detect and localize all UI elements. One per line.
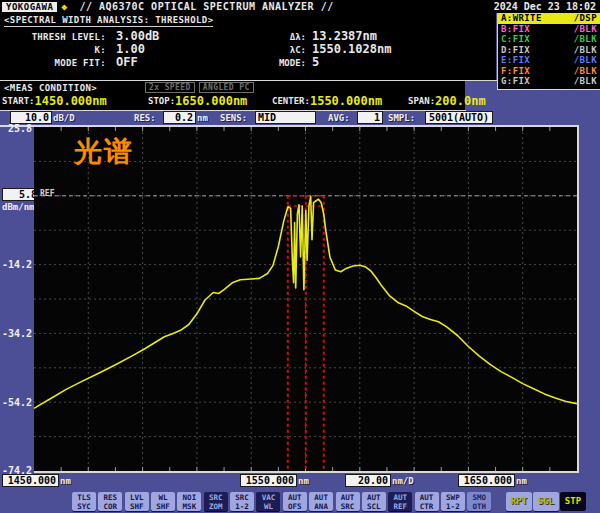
softkey-lvl-shf[interactable]: LVLSHF [125,492,149,511]
trace-panel: A:WRITE/DSPB:FIX/BLKC:FIX/BLKD:FIX/BLKE:… [497,13,600,89]
sens-label: SENS: [220,113,247,123]
x-unit-left: nm [60,476,71,486]
mode-fit-label: MODE FIT: [2,58,106,68]
res-field[interactable]: 0.2 [163,111,196,124]
trace-display-mode: /BLK [574,76,597,87]
analysis-row: MODE FIT: OFF MODE: 5 [0,55,496,68]
trace-name: D:FIX [501,45,530,56]
softkey-smo-oth[interactable]: SMOOTH [467,492,491,511]
diamond-icon: ◆ [61,2,67,12]
spectrum-plot-area[interactable]: 光谱 REF [34,127,579,473]
delta-lambda-label: Δλ: [250,32,306,42]
meas-heading: <MEAS CONDITION> [4,83,97,93]
softkey-res-cor[interactable]: RESCOR [98,492,122,511]
ref-label: REF [40,189,54,198]
x-unit-center: nm [298,476,309,486]
meas-field-label: START: [2,96,35,106]
softkey-stp[interactable]: STP [560,492,586,511]
page-title: // AQ6370C OPTICAL SPECTRUM ANALYZER // [79,1,333,12]
y-axis-label: -14.2 [0,259,32,270]
x-axis-row: 1450.000 nm 1550.000 nm 20.00 nm/D 1650.… [0,474,600,488]
k-value: 1.00 [116,42,145,56]
thresh-level-label: THRESH LEVEL: [2,32,106,42]
clock: 2024 Dec 23 18:02 [494,1,596,12]
mode-label: MODE: [250,58,306,68]
trace-name: C:FIX [501,34,530,45]
softkey-noi-msk[interactable]: NOIMSK [177,492,201,511]
res-label: RES: [134,113,156,123]
trace-name: G:FIX [501,76,530,87]
softkey-rpt[interactable]: RPT [506,492,532,511]
softkey-aut-src[interactable]: AUTSRC [336,492,360,511]
thresh-level-value: 3.00dB [116,29,159,43]
softkey-src-1-2[interactable]: SRC1-2 [230,492,254,511]
softkey-aut-ref[interactable]: AUTREF [388,492,412,511]
y-unit-label: dBm/nm [2,202,35,212]
trace-row-f[interactable]: F:FIX/BLK [498,66,600,77]
meas-field-label: CENTER: [272,96,310,106]
softkey-vac-wl[interactable]: VACWL [256,492,280,511]
trace-row-c[interactable]: C:FIX/BLK [498,34,600,45]
meas-badge: ANGLED PC [199,82,254,93]
title-bar: YOKOGAWA ◆ // AQ6370C OPTICAL SPECTRUM A… [0,0,600,13]
yokogawa-logo: YOKOGAWA [2,2,57,12]
meas-condition-panel: <MEAS CONDITION> 2x SPEEDANGLED PC START… [0,81,465,110]
sweep-settings-row: 10.0 dB/D RES: 0.2 nm SENS: MID AVG: 1 S… [0,111,600,125]
trace-name: B:FIX [501,24,530,35]
delta-lambda-value: 13.2387nm [312,29,377,43]
x-unit-right: nm [516,476,527,486]
trace-row-a[interactable]: A:WRITE/DSP [498,13,600,24]
trace-display-mode: /BLK [574,24,597,35]
spectrum-chart [34,127,577,471]
trace-row-d[interactable]: D:FIX/BLK [498,45,600,56]
level-scale-unit: dB/D [53,113,75,123]
softkey-aut-scl[interactable]: AUTSCL [362,492,386,511]
lambda-c-label: λC: [250,45,306,55]
meas-field-span[interactable]: SPAN:200.0nm [408,94,486,108]
meas-field-value: 1650.000nm [175,94,247,108]
trace-name: A:WRITE [501,13,542,24]
meas-field-label: SPAN: [408,96,435,106]
meas-badge: 2x SPEED [145,82,195,93]
trace-name: F:FIX [501,66,530,77]
softkey-tls-syc[interactable]: TLSSYC [72,492,96,511]
softkey-src-zom[interactable]: SRCZOM [204,492,228,511]
smpl-field[interactable]: 5001(AUTO) [425,111,493,124]
spectrum-annotation: 光谱 [74,133,134,171]
sens-field[interactable]: MID [255,111,316,124]
analysis-heading: <SPECTRAL WIDTH ANALYSIS: THRESHOLD> [4,15,213,27]
mode-fit-value: OFF [116,55,138,69]
meas-field-stop[interactable]: STOP:1650.000nm [148,94,247,108]
trace-name: E:FIX [501,55,530,66]
softkey-aut-ofs[interactable]: AUTOFS [283,492,307,511]
meas-field-value: 1450.000nm [35,94,107,108]
x-scale-unit: nm/D [392,476,414,486]
meas-field-value: 1550.000nm [310,94,382,108]
softkey-wl-shf[interactable]: WLSHF [151,492,175,511]
divider [497,89,600,91]
center-wl-field[interactable]: 1550.000 [240,474,297,487]
mode-value: 5 [312,55,319,69]
softkey-swp-1-2[interactable]: SWP1-2 [441,492,465,511]
trace-row-e[interactable]: E:FIX/BLK [498,55,600,66]
trace-row-g[interactable]: G:FIX/BLK [498,76,600,87]
meas-field-start[interactable]: START:1450.000nm [2,94,107,108]
divider [0,80,497,82]
trace-row-b[interactable]: B:FIX/BLK [498,24,600,35]
softkey-aut-ana[interactable]: AUTANA [309,492,333,511]
smpl-label: SMPL: [388,113,415,123]
trace-display-mode: /BLK [574,66,597,77]
scale-per-div-field[interactable]: 20.00 [345,474,391,487]
start-wl-field[interactable]: 1450.000 [2,474,59,487]
trace-display-mode: /DSP [574,13,597,24]
softkey-sgl[interactable]: SGL [533,492,559,511]
softkey-aut-ctr[interactable]: AUTCTR [415,492,439,511]
meas-field-center[interactable]: CENTER:1550.000nm [272,94,382,108]
meas-field-value: 200.0nm [435,94,486,108]
trace-display-mode: /BLK [574,34,597,45]
analysis-row: K: 1.00 λC: 1550.1028nm [0,42,496,55]
stop-wl-field[interactable]: 1650.000 [458,474,515,487]
y-axis-label: 25.8 [0,123,32,134]
avg-field[interactable]: 1 [357,111,383,124]
trace-display-mode: /BLK [574,45,597,56]
